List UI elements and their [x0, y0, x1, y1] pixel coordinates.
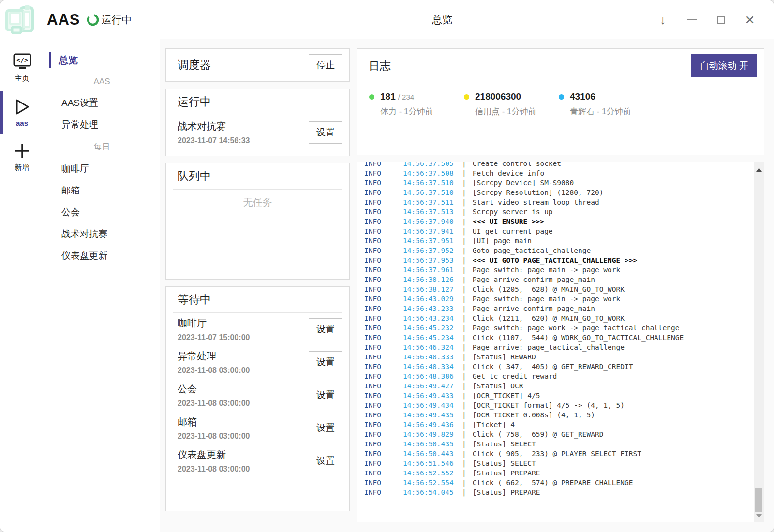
settings-button[interactable]: 设置 — [309, 351, 342, 373]
log-message: [Status] PREPARE — [473, 469, 540, 477]
log-line: INFO 14:56:37.941 | UI get current page — [364, 226, 754, 236]
log-timestamp: 14:56:37.940 — [403, 218, 462, 225]
log-timestamp: 14:56:46.324 — [403, 343, 462, 351]
settings-button[interactable]: 设置 — [309, 318, 342, 340]
sidebar-item[interactable]: 每日 — [44, 136, 160, 157]
log-separator: | — [462, 305, 466, 312]
waiting-title: 等待中 — [178, 292, 211, 307]
log-message: [Status] PREPARE — [473, 488, 540, 496]
log-separator: | — [462, 285, 466, 293]
log-timestamp: 14:56:43.029 — [403, 295, 462, 303]
log-timestamp: 14:56:49.435 — [403, 411, 462, 419]
log-timestamp: 14:56:37.508 — [403, 169, 462, 177]
log-separator: | — [462, 237, 466, 245]
task-time: 2023-11-08 03:00:00 — [178, 465, 250, 473]
log-timestamp: 14:56:37.505 — [403, 162, 462, 167]
sidebar-item-label: 公会 — [61, 207, 80, 217]
log-scrollbar[interactable] — [754, 162, 764, 522]
scrollbar-thumb[interactable] — [755, 488, 762, 512]
run-status-label: 运行中 — [101, 13, 132, 27]
log-line: INFO 14:56:48.386 | Get tc credit reward — [364, 371, 754, 381]
log-level: INFO — [364, 401, 403, 409]
log-line: INFO 14:56:45.232 | Page switch: page_wo… — [364, 323, 754, 333]
log-message: Start video stream loop thread — [473, 198, 599, 206]
log-level: INFO — [364, 162, 403, 167]
log-line: INFO 14:56:37.940 | <<< UI ENSURE >>> — [364, 217, 754, 226]
log-separator: | — [462, 256, 466, 264]
task-name: 异常处理 — [178, 350, 250, 363]
log-message: [OCR_TICKET format] 4/5 -> (4, 1, 5) — [473, 401, 625, 409]
log-separator: | — [462, 266, 466, 274]
sidebar-item[interactable]: 总览 — [44, 50, 160, 71]
log-message: Create control socket — [473, 162, 561, 167]
close-icon[interactable]: ✕ — [744, 14, 756, 26]
scroll-down-icon[interactable] — [756, 514, 762, 518]
stat-suffix: / 234 — [398, 93, 414, 101]
log-line: INFO 14:56:43.029 | Page switch: page_ma… — [364, 294, 754, 304]
sidebar-item[interactable]: 邮箱 — [44, 180, 160, 201]
rail-item-add[interactable]: 新增 — [0, 136, 44, 178]
rail-item-label: aas — [16, 119, 28, 127]
sidebar-item[interactable]: 公会 — [44, 202, 160, 222]
app-name: AAS — [47, 11, 80, 29]
page-title: 总览 — [432, 13, 452, 27]
log-separator: | — [462, 189, 466, 196]
resource-stat: 181 / 234 体力 - 1分钟前 — [369, 91, 464, 117]
log-level: INFO — [364, 169, 403, 177]
rail-item-home[interactable]: </> 主页 — [0, 47, 44, 89]
sidebar-item-label: AAS — [93, 77, 110, 87]
stat-label: 青辉石 - 1分钟前 — [559, 106, 654, 117]
sidebar-item[interactable]: 战术对抗赛 — [44, 224, 160, 244]
log-line: INFO 14:56:37.511 | Start video stream l… — [364, 197, 754, 207]
log-separator: | — [462, 411, 466, 419]
log-header-card: 日志 自动滚动 开 181 / 234 体力 - 1 — [357, 48, 764, 155]
settings-button[interactable]: 设置 — [309, 417, 342, 439]
sidebar-item-label: 咖啡厅 — [61, 163, 89, 174]
log-separator: | — [462, 450, 466, 458]
settings-button[interactable]: 设置 — [309, 121, 342, 144]
settings-button[interactable]: 设置 — [309, 384, 342, 406]
minimize-icon[interactable] — [685, 14, 698, 26]
log-separator: | — [462, 430, 466, 438]
log-separator: | — [462, 208, 466, 216]
log-timestamp: 14:56:52.554 — [403, 479, 462, 487]
log-separator: | — [462, 488, 466, 496]
log-message: Goto page_tactical_challenge — [473, 247, 591, 254]
rail-item-label: 新增 — [15, 163, 30, 172]
log-separator: | — [462, 218, 466, 225]
log-level: INFO — [364, 227, 403, 235]
log-separator: | — [462, 440, 466, 448]
log-message: [Status] SELECT — [473, 440, 536, 448]
log-message: [Scrcpy Device] SM-S9080 — [473, 179, 574, 187]
log-panel: INFO 14:56:37.505 | Create control socke… — [357, 162, 764, 522]
log-timestamp: 14:56:37.510 — [403, 189, 462, 196]
log-message: Click ( 905, 233) @ PLAYER_SELECT_FIRST — [473, 450, 641, 458]
sidebar-item[interactable]: 异常处理 — [44, 115, 160, 135]
stop-button[interactable]: 停止 — [309, 54, 342, 76]
log-separator: | — [462, 324, 466, 332]
sidebar-item[interactable]: AAS — [44, 72, 160, 91]
rail-item-aas[interactable]: aas — [0, 92, 44, 133]
app-window: AAS 运行中 总览 ↓ ✕ </> 主页 — [0, 0, 774, 532]
download-icon[interactable]: ↓ — [656, 14, 669, 26]
queued-title: 队列中 — [178, 169, 211, 184]
autoscroll-toggle-button[interactable]: 自动滚动 开 — [691, 54, 757, 77]
log-level: INFO — [364, 324, 403, 332]
log-line: INFO 14:56:52.554 | Click ( 662, 574) @ … — [364, 478, 754, 488]
log-level: INFO — [364, 314, 403, 322]
sidebar-item[interactable]: AAS设置 — [44, 93, 160, 113]
log-level: INFO — [364, 305, 403, 312]
scroll-up-icon[interactable] — [756, 168, 762, 172]
settings-button[interactable]: 设置 — [309, 450, 342, 472]
stat-value: 181 — [380, 91, 396, 102]
log-line: INFO 14:56:48.333 | [Status] REWARD — [364, 352, 754, 362]
log-timestamp: 14:56:37.961 — [403, 266, 462, 274]
sidebar-item[interactable]: 仪表盘更新 — [44, 246, 160, 266]
log-separator: | — [462, 479, 466, 487]
maximize-icon[interactable] — [714, 14, 727, 26]
log-timestamp: 14:56:48.334 — [403, 363, 462, 370]
sidebar-item[interactable]: 咖啡厅 — [44, 159, 160, 179]
log-line: INFO 14:56:37.510 | [Scrcpy Resolution] … — [364, 188, 754, 197]
log-separator: | — [462, 469, 466, 477]
window-controls: ↓ ✕ — [656, 0, 756, 39]
